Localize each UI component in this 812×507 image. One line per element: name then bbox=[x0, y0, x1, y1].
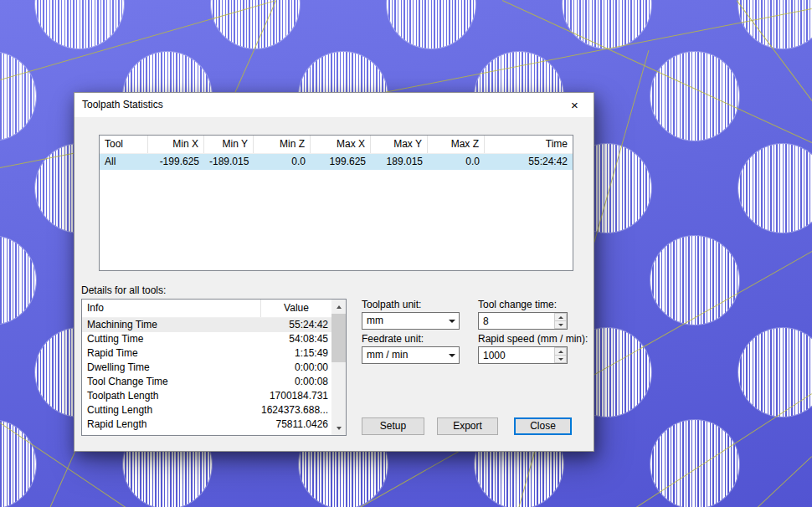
tool-change-time-stepper bbox=[478, 312, 568, 330]
cell-min-x: -199.625 bbox=[148, 154, 204, 170]
summary-table: Tool Min X Min Y Min Z Max X Max Y Max Z… bbox=[99, 135, 573, 271]
triangle-up-icon bbox=[558, 316, 563, 319]
rapid-speed-label: Rapid speed (mm / min): bbox=[478, 334, 588, 345]
column-header-min-y[interactable]: Min Y bbox=[204, 136, 254, 153]
chevron-down-icon bbox=[445, 347, 459, 363]
chevron-down-icon bbox=[445, 313, 459, 329]
toolpath-line-shape bbox=[758, 456, 812, 507]
toolpath-unit-label: Toolpath unit: bbox=[362, 300, 421, 310]
column-header-value[interactable]: Value bbox=[261, 300, 331, 317]
export-button[interactable]: Export bbox=[437, 417, 498, 435]
column-header-info[interactable]: Info bbox=[82, 300, 261, 317]
triangle-up-icon bbox=[337, 305, 342, 309]
column-header-min-x[interactable]: Min X bbox=[148, 136, 204, 153]
summary-table-row[interactable]: All -199.625 -189.015 0.0 199.625 189.01… bbox=[100, 154, 573, 170]
list-item[interactable]: Cutting Length 1624373.688... bbox=[82, 403, 331, 417]
item-value: 1700184.731 bbox=[261, 389, 331, 403]
toolpath-unit-value: mm bbox=[362, 313, 445, 329]
item-info: Rapid Length bbox=[82, 417, 261, 432]
item-info: Cutting Time bbox=[82, 332, 261, 346]
striped-circle-shape bbox=[563, 0, 651, 49]
triangle-down-icon bbox=[558, 324, 563, 326]
cell-min-y: -189.015 bbox=[204, 154, 254, 170]
list-item[interactable]: Toolpath Length 1700184.731 bbox=[82, 389, 331, 403]
scroll-down-button[interactable] bbox=[331, 421, 346, 435]
triangle-up-icon bbox=[558, 351, 563, 353]
item-info: Dwelling Time bbox=[82, 361, 261, 375]
setup-button[interactable]: Setup bbox=[362, 417, 424, 435]
column-header-max-z[interactable]: Max Z bbox=[428, 136, 485, 153]
striped-circle-shape bbox=[738, 0, 812, 49]
spinner-buttons bbox=[554, 313, 567, 329]
triangle-down-icon bbox=[337, 427, 342, 430]
close-button[interactable]: Close bbox=[514, 417, 572, 435]
striped-circle-shape bbox=[211, 0, 300, 49]
item-value: 1:15:49 bbox=[261, 346, 331, 361]
scrollbar-thumb[interactable] bbox=[331, 314, 346, 362]
spin-down-button[interactable] bbox=[554, 321, 567, 329]
toolpath-unit-combobox[interactable]: mm bbox=[362, 312, 460, 330]
column-header-max-y[interactable]: Max Y bbox=[371, 136, 428, 153]
list-item[interactable]: Machining Time 55:24:42 bbox=[82, 318, 331, 332]
striped-circle-shape bbox=[650, 420, 739, 507]
cell-max-x: 199.625 bbox=[311, 154, 371, 170]
item-info: Cutting Length bbox=[82, 403, 261, 417]
list-item[interactable]: Tool Change Time 0:00:08 bbox=[82, 375, 331, 389]
details-label: Details for all tools: bbox=[81, 284, 166, 296]
feedrate-unit-combobox[interactable]: mm / min bbox=[362, 346, 460, 364]
toolpath-statistics-dialog: Toolpath Statistics × Tool Min X Min Y M… bbox=[74, 92, 594, 452]
cell-max-y: 189.015 bbox=[371, 154, 428, 170]
item-value: 54:08:45 bbox=[261, 332, 331, 346]
close-icon[interactable]: × bbox=[556, 93, 594, 117]
scrollbar[interactable] bbox=[331, 300, 346, 435]
item-value: 1624373.688... bbox=[261, 403, 331, 417]
striped-circle-shape bbox=[738, 144, 812, 233]
summary-table-header: Tool Min X Min Y Min Z Max X Max Y Max Z… bbox=[100, 136, 573, 154]
cell-tool: All bbox=[100, 154, 148, 170]
spin-down-button[interactable] bbox=[554, 356, 567, 363]
spin-up-button[interactable] bbox=[554, 347, 567, 356]
column-header-tool[interactable]: Tool bbox=[100, 136, 148, 153]
item-value: 55:24:42 bbox=[261, 318, 331, 332]
list-item[interactable]: Rapid Time 1:15:49 bbox=[82, 346, 331, 361]
details-list-header: Info Value bbox=[82, 300, 331, 318]
triangle-down-icon bbox=[558, 358, 563, 361]
item-value: 0:00:08 bbox=[261, 375, 331, 389]
tool-change-time-input[interactable] bbox=[479, 313, 554, 329]
item-info: Rapid Time bbox=[82, 346, 261, 361]
striped-circle-shape bbox=[0, 420, 36, 507]
striped-circle-shape bbox=[738, 328, 812, 417]
rapid-speed-input[interactable] bbox=[479, 347, 554, 363]
feedrate-unit-value: mm / min bbox=[362, 347, 445, 363]
feedrate-unit-label: Feedrate unit: bbox=[362, 334, 424, 345]
dialog-title: Toolpath Statistics bbox=[82, 93, 163, 117]
spinner-buttons bbox=[554, 347, 567, 363]
item-info: Tool Change Time bbox=[82, 375, 261, 389]
column-header-max-x[interactable]: Max X bbox=[311, 136, 371, 153]
striped-circle-shape bbox=[650, 52, 739, 141]
item-value: 75811.0426 bbox=[261, 417, 331, 432]
item-info: Toolpath Length bbox=[82, 389, 261, 403]
column-header-time[interactable]: Time bbox=[485, 136, 573, 153]
list-item[interactable]: Dwelling Time 0:00:00 bbox=[82, 361, 331, 375]
scroll-up-button[interactable] bbox=[331, 300, 346, 314]
item-value: 0:00:00 bbox=[261, 361, 331, 375]
cell-min-z: 0.0 bbox=[254, 154, 311, 170]
cell-time: 55:24:42 bbox=[485, 154, 573, 170]
cell-max-z: 0.0 bbox=[428, 154, 485, 170]
column-header-min-z[interactable]: Min Z bbox=[254, 136, 311, 153]
striped-circle-shape bbox=[35, 0, 124, 49]
spin-up-button[interactable] bbox=[554, 313, 567, 321]
item-info: Machining Time bbox=[82, 318, 261, 332]
list-item[interactable]: Rapid Length 75811.0426 bbox=[82, 417, 331, 432]
tool-change-time-label: Tool change time: bbox=[478, 300, 557, 310]
striped-circle-shape bbox=[650, 236, 739, 325]
striped-circle-shape bbox=[387, 0, 475, 49]
list-item[interactable]: Cutting Time 54:08:45 bbox=[82, 332, 331, 346]
details-list: Info Value Machining Time 55:24:42 Cutti… bbox=[81, 299, 347, 436]
striped-circle-shape bbox=[0, 52, 36, 141]
rapid-speed-stepper bbox=[478, 346, 568, 364]
dialog-titlebar: Toolpath Statistics × bbox=[75, 93, 594, 117]
striped-circle-shape bbox=[0, 236, 36, 325]
